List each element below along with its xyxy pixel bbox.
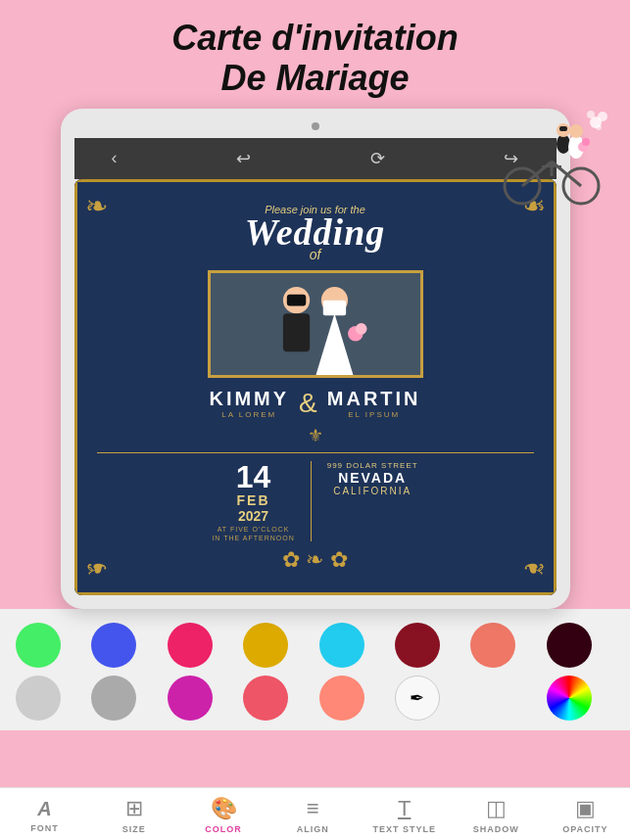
date-left: 14 FEB 2027 AT FIVE O'CLOCK IN THE AFTER…	[212, 461, 311, 541]
names-row: KIMMY LA LOREM & MARTIN EL IPSUM	[97, 388, 534, 419]
svg-point-25	[355, 323, 366, 335]
undo-button[interactable]: ↩	[228, 146, 259, 171]
tablet-toolbar: ‹ ↩ ⟳ ↪	[74, 138, 557, 179]
app-title: Carte d'invitation De Mariage	[20, 18, 610, 99]
bottom-floral: ✿ ❧ ✿	[97, 547, 534, 573]
corner-ornament-tl: ❧	[85, 190, 124, 229]
color-swatch-coral[interactable]	[243, 676, 288, 721]
toolbar-item-align[interactable]: ≡ ALIGN	[283, 796, 342, 834]
color-swatch-salmon[interactable]	[470, 623, 515, 668]
couple-illustration	[493, 93, 610, 214]
color-swatch-dark-maroon[interactable]	[547, 623, 592, 668]
card-of-text: of	[97, 247, 534, 262]
date-day: 14	[212, 461, 294, 492]
color-swatch-magenta[interactable]	[168, 676, 213, 721]
svg-point-16	[596, 124, 602, 130]
svg-line-2	[522, 162, 552, 186]
svg-point-12	[582, 138, 590, 146]
bride-name: MARTIN	[327, 388, 421, 410]
toolbar-item-opacity[interactable]: ▣ OPACITY	[556, 796, 614, 834]
wedding-card: ❧ ❧ ❧ ❧ Please join us for the Wedding o…	[74, 179, 557, 595]
toolbar-item-font[interactable]: A FONT	[16, 798, 74, 833]
color-wheel-button[interactable]	[547, 676, 592, 721]
date-time: AT FIVE O'CLOCK	[212, 526, 294, 533]
eyedropper-button[interactable]: ✒	[395, 676, 440, 721]
color-swatch-blue[interactable]	[91, 623, 136, 668]
color-swatch-green[interactable]	[16, 623, 61, 668]
back-button[interactable]: ‹	[104, 146, 125, 170]
corner-ornament-br: ❧	[507, 545, 546, 584]
color-icon: 🎨	[211, 796, 237, 821]
color-swatch-light-coral[interactable]	[319, 676, 364, 721]
color-swatch-cyan[interactable]	[319, 623, 364, 668]
toolbar-item-text-style[interactable]: T TEXT STYLE	[372, 796, 436, 834]
text-style-label: TEXT STYLE	[372, 824, 436, 834]
groom-name: KIMMY	[209, 388, 289, 410]
groom-sub: LA LOREM	[209, 410, 289, 419]
font-icon: A	[37, 798, 51, 820]
photo-placeholder	[211, 273, 420, 375]
color-swatch-yellow[interactable]	[243, 623, 288, 668]
color-swatch-pink[interactable]	[168, 623, 213, 668]
svg-line-3	[552, 162, 581, 186]
color-swatch-dark-red[interactable]	[395, 623, 440, 668]
date-year: 2027	[212, 508, 294, 524]
svg-point-15	[587, 111, 595, 118]
shadow-label: SHADOW	[473, 824, 519, 834]
bride-name-block: MARTIN EL IPSUM	[327, 388, 421, 419]
svg-rect-17	[211, 271, 420, 376]
eyedropper-icon: ✒	[410, 687, 424, 709]
date-section: 14 FEB 2027 AT FIVE O'CLOCK IN THE AFTER…	[97, 452, 534, 541]
card-title: Wedding	[97, 213, 534, 251]
wedding-card-screen: ❧ ❧ ❧ ❧ Please join us for the Wedding o…	[74, 179, 557, 595]
venue-street: 999 DOLAR STREET	[327, 461, 418, 470]
align-label: ALIGN	[297, 824, 329, 834]
color-palette-section: ✒	[0, 609, 630, 730]
wedding-photo[interactable]	[208, 270, 423, 378]
size-label: SIZE	[122, 824, 146, 834]
reset-button[interactable]: ⟳	[363, 146, 393, 171]
size-icon: ⊞	[125, 796, 143, 821]
bottom-toolbar: A FONT ⊞ SIZE 🎨 COLOR ≡ ALIGN T TEXT STY…	[0, 787, 630, 840]
corner-ornament-bl: ❧	[85, 545, 124, 584]
color-row-1	[16, 623, 614, 668]
opacity-label: OPACITY	[562, 824, 607, 834]
svg-point-10	[569, 124, 583, 138]
bride-sub: EL IPSUM	[327, 410, 421, 419]
date-time2: IN THE AFTERNOON	[212, 535, 294, 541]
svg-rect-19	[282, 313, 309, 351]
toolbar-item-size[interactable]: ⊞ SIZE	[105, 796, 164, 834]
date-month: FEB	[212, 492, 294, 508]
opacity-icon: ▣	[575, 796, 596, 821]
tablet-camera	[312, 122, 319, 130]
venue-city: NEVADA	[327, 470, 418, 486]
toolbar-item-shadow[interactable]: ◫ SHADOW	[466, 796, 525, 834]
empty-swatch	[470, 676, 515, 721]
svg-rect-23	[322, 300, 345, 315]
align-icon: ≡	[307, 796, 319, 821]
color-label: COLOR	[205, 824, 242, 834]
text-style-icon: T	[398, 796, 411, 821]
venue-text: 999 DOLAR STREET NEVADA CALIFORNIA	[327, 461, 418, 541]
font-label: FONT	[30, 823, 59, 833]
svg-rect-20	[286, 295, 305, 306]
svg-point-14	[598, 112, 607, 121]
venue-state: CALIFORNIA	[327, 486, 418, 496]
monogram: ⚜	[97, 425, 534, 446]
color-row-2: ✒	[16, 676, 614, 721]
ampersand: &	[299, 388, 317, 419]
names-section: KIMMY LA LOREM & MARTIN EL IPSUM	[97, 388, 534, 419]
groom-name-block: KIMMY LA LOREM	[209, 388, 289, 419]
svg-rect-8	[559, 126, 567, 131]
color-swatch-light-gray[interactable]	[16, 676, 61, 721]
shadow-icon: ◫	[486, 796, 507, 821]
color-swatch-mid-gray[interactable]	[91, 676, 136, 721]
toolbar-item-color[interactable]: 🎨 COLOR	[194, 796, 253, 834]
